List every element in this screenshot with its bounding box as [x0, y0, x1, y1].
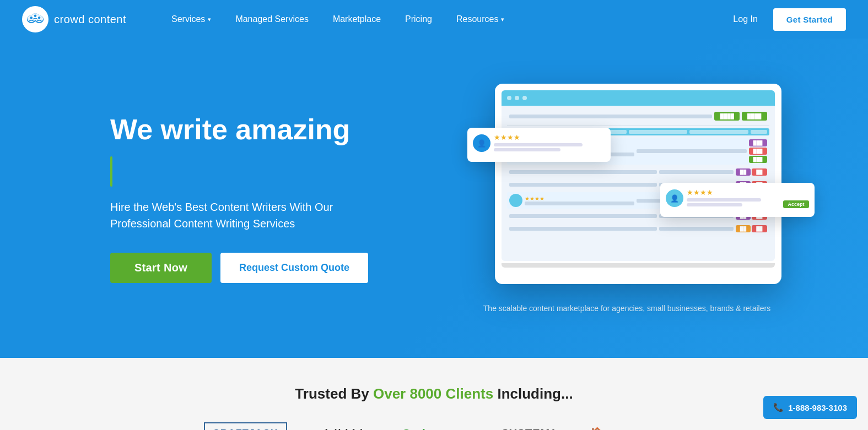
hero-section: We write amazing Hire the Web's Best Con… [0, 39, 868, 358]
hero-right: ████ ████ [430, 84, 824, 313]
logo-text: crowd content [54, 13, 126, 26]
get-started-button[interactable]: Get Started [773, 8, 846, 31]
phone-icon: 📞 [773, 402, 784, 412]
mockup-container: ████ ████ [484, 84, 792, 293]
phone-number: 1-888-983-3103 [788, 403, 847, 412]
nav-right: Log In Get Started [723, 8, 846, 31]
card-overlay-right: 👤 ★★★★ Accept [660, 183, 815, 217]
svg-point-8 [38, 17, 40, 19]
svg-point-6 [30, 17, 33, 19]
hero-buttons: Start Now Request Custom Quote [110, 253, 430, 283]
trusted-section: Trusted By Over 8000 Clients Including..… [0, 358, 868, 430]
navbar: crowd content Services ▾ Managed Service… [0, 0, 868, 39]
nav-item-pricing[interactable]: Pricing [393, 0, 444, 39]
client-logos: CRAFTJACK dribbble Caring.com SYSTEM1 🏠 … [44, 422, 824, 430]
trusted-heading: Trusted By Over 8000 Clients Including..… [44, 385, 824, 402]
hero-subtitle: Hire the Web's Best Content Writers With… [110, 199, 375, 232]
nav-item-resources[interactable]: Resources ▾ [444, 0, 516, 39]
image-caption: The scalable content marketplace for age… [483, 304, 770, 313]
nav-item-marketplace[interactable]: Marketplace [321, 0, 393, 39]
logo-grubhub: 🏠 GRUBHUB [590, 427, 664, 431]
logo[interactable]: crowd content [22, 6, 126, 32]
login-button[interactable]: Log In [723, 10, 767, 29]
nav-item-services[interactable]: Services ▾ [159, 0, 223, 39]
chevron-down-icon-resources: ▾ [501, 16, 504, 23]
logo-dribbble: dribbble [320, 426, 369, 431]
hero-left: We write amazing Hire the Web's Best Con… [110, 113, 430, 283]
svg-point-7 [34, 15, 36, 17]
logo-craftjack: CRAFTJACK [204, 422, 287, 430]
logo-caring: Caring.com [402, 427, 468, 431]
hero-title: We write amazing [110, 113, 430, 146]
card-overlay-left: 👤 ★★★★ [467, 128, 611, 162]
screen-content: ████ ████ [502, 106, 775, 241]
hero-accent-bar [110, 156, 112, 187]
start-now-button[interactable]: Start Now [110, 253, 212, 283]
logo-icon [22, 6, 48, 32]
logo-system1: SYSTEM1 [502, 427, 557, 430]
screen-bar [502, 90, 775, 106]
avatar-2: 👤 [666, 189, 683, 207]
screen: ████ ████ [502, 90, 775, 261]
chevron-down-icon: ▾ [208, 16, 211, 23]
nav-item-managed[interactable]: Managed Services [223, 0, 321, 39]
request-quote-button[interactable]: Request Custom Quote [220, 253, 368, 283]
nav-links: Services ▾ Managed Services Marketplace … [159, 0, 723, 39]
phone-sticky-button[interactable]: 📞 1-888-983-3103 [763, 396, 857, 419]
avatar-1: 👤 [473, 134, 490, 152]
